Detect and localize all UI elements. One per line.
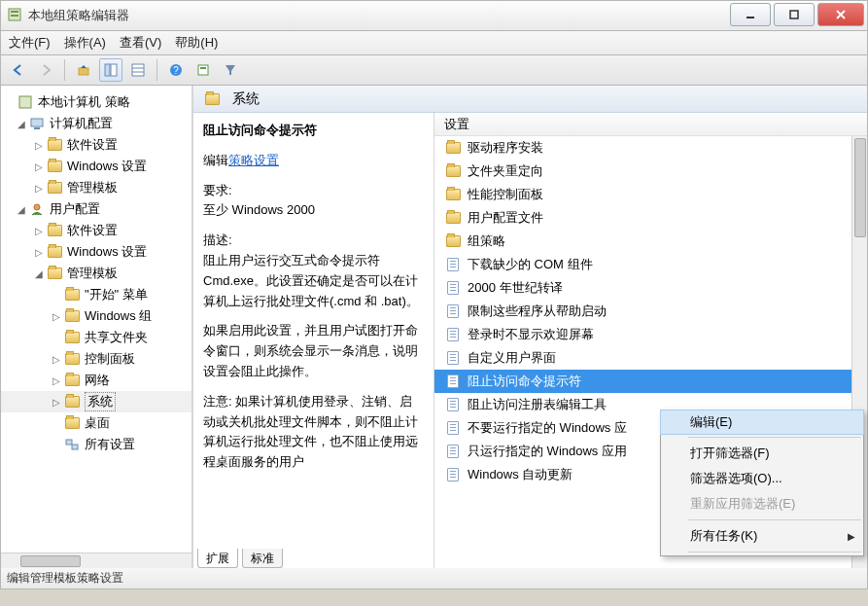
tree-system[interactable]: ▷系统 <box>1 391 191 412</box>
menu-file[interactable]: 文件(F) <box>9 34 51 52</box>
settings-column-header[interactable]: 设置 <box>434 113 867 136</box>
tree-item[interactable]: ▷Windows 组 <box>1 305 191 327</box>
folder-icon <box>63 394 81 410</box>
svg-rect-16 <box>31 119 43 126</box>
tree-admin-templates[interactable]: ◢管理模板 <box>1 263 191 284</box>
settings-item[interactable]: 2000 年世纪转译 <box>434 276 851 300</box>
svg-rect-13 <box>198 65 208 75</box>
svg-rect-6 <box>105 64 110 76</box>
ctx-reapply-filter: 重新应用筛选器(E) <box>661 491 863 517</box>
ctx-separator <box>688 519 861 520</box>
folder-icon <box>46 223 63 238</box>
settings-item[interactable]: 组策略 <box>434 230 851 253</box>
ctx-edit[interactable]: 编辑(E) <box>660 410 864 435</box>
tree-computer-config[interactable]: ◢计算机配置 <box>1 113 191 134</box>
menu-view[interactable]: 查看(V) <box>120 34 161 52</box>
app-icon <box>7 7 22 25</box>
ctx-all-tasks[interactable]: 所有任务(K)▶ <box>661 523 863 549</box>
properties-button[interactable] <box>191 58 215 82</box>
policy-doc-icon <box>444 350 462 366</box>
policy-doc-icon <box>444 374 462 389</box>
policy-doc-icon <box>444 397 462 412</box>
settings-item[interactable]: 文件夹重定向 <box>434 160 851 183</box>
settings-item[interactable]: 性能控制面板 <box>434 183 851 206</box>
minimize-button[interactable] <box>730 3 771 26</box>
description-text: 注意: 如果计算机使用登录、注销、启动或关机批处理文件脚本，则不阻止计算机运行批… <box>203 392 424 473</box>
folder-icon <box>444 233 462 249</box>
policy-settings-link[interactable]: 策略设置 <box>228 153 279 167</box>
settings-item[interactable]: 登录时不显示欢迎屏幕 <box>434 323 851 346</box>
folder-icon <box>444 187 462 202</box>
settings-item[interactable]: 用户配置文件 <box>434 206 851 230</box>
folder-icon <box>63 373 81 388</box>
tree-all-settings[interactable]: ▸所有设置 <box>1 434 191 455</box>
settings-item[interactable]: 阻止访问命令提示符 <box>434 370 851 393</box>
ctx-filter-options[interactable]: 筛选器选项(O)... <box>661 466 863 491</box>
menu-help[interactable]: 帮助(H) <box>175 34 218 52</box>
ctx-separator <box>688 437 861 438</box>
tree-item[interactable]: ▷控制面板 <box>1 348 191 370</box>
maximize-button[interactable] <box>774 3 815 26</box>
list-view-button[interactable] <box>126 58 150 82</box>
svg-rect-1 <box>11 11 18 13</box>
menu-bar: 文件(F) 操作(A) 查看(V) 帮助(H) <box>0 31 868 54</box>
navigation-tree: ▸本地计算机 策略 ◢计算机配置 ▷软件设置 ▷Windows 设置 ▷管理模板… <box>1 86 193 568</box>
toolbar-separator <box>156 59 157 81</box>
toolbar: ? <box>0 54 868 86</box>
tree-item[interactable]: ▷网络 <box>1 370 191 391</box>
settings-item[interactable]: 驱动程序安装 <box>434 136 851 160</box>
folder-icon <box>63 351 81 367</box>
policy-doc-icon <box>444 467 462 482</box>
close-button[interactable] <box>817 3 864 26</box>
toolbar-separator <box>64 59 65 81</box>
svg-rect-20 <box>72 445 78 449</box>
settings-item-label: 驱动程序安装 <box>468 139 543 157</box>
tab-standard[interactable]: 标准 <box>242 549 283 568</box>
tree-item[interactable]: ▸桌面 <box>1 412 191 434</box>
folder-icon <box>63 415 81 431</box>
tree-item[interactable]: ▷Windows 设置 <box>1 241 191 263</box>
ctx-separator <box>688 552 861 553</box>
help-button[interactable]: ? <box>164 58 188 82</box>
settings-item[interactable]: 限制这些程序从帮助启动 <box>434 300 851 323</box>
policy-doc-icon <box>444 303 462 319</box>
svg-rect-4 <box>790 11 798 18</box>
svg-rect-19 <box>66 440 72 445</box>
settings-item-label: 性能控制面板 <box>468 186 543 203</box>
tree-item[interactable]: ▷Windows 设置 <box>1 156 191 177</box>
tree-view-button[interactable] <box>99 58 122 82</box>
computer-icon <box>28 116 46 131</box>
ctx-open-filter[interactable]: 打开筛选器(F) <box>661 441 863 466</box>
tree-item[interactable]: ▸"开始" 菜单 <box>1 284 191 305</box>
edit-label: 编辑 <box>203 153 228 167</box>
up-button[interactable] <box>72 58 95 82</box>
settings-item-label: 文件夹重定向 <box>468 162 543 180</box>
tree-horizontal-scrollbar[interactable] <box>1 553 191 568</box>
description-pane: 阻止访问命令提示符 编辑策略设置 要求: 至少 Windows 2000 描述:… <box>193 113 434 568</box>
window-controls <box>730 1 867 30</box>
description-text: 如果启用此设置，并且用户试图打开命令窗口，则系统会显示一条消息，说明设置会阻止此… <box>203 321 424 381</box>
policy-doc-icon <box>444 280 462 296</box>
settings-item-label: 阻止访问注册表编辑工具 <box>468 396 607 413</box>
tree-user-config[interactable]: ◢用户配置 <box>1 198 191 220</box>
back-button[interactable] <box>7 58 30 82</box>
tree-item[interactable]: ▷软件设置 <box>1 220 191 241</box>
settings-item-label: 限制这些程序从帮助启动 <box>468 303 607 320</box>
menu-action[interactable]: 操作(A) <box>64 34 106 52</box>
forward-button[interactable] <box>34 58 57 82</box>
policy-title: 阻止访问命令提示符 <box>203 121 424 141</box>
settings-item[interactable]: 自定义用户界面 <box>434 346 851 370</box>
submenu-arrow-icon: ▶ <box>848 531 855 542</box>
description-text: 阻止用户运行交互式命令提示符 Cmd.exe。此设置还确定是否可以在计算机上运行… <box>203 251 424 311</box>
filter-button[interactable] <box>219 58 242 82</box>
content-header-title: 系统 <box>232 90 260 108</box>
tree-item[interactable]: ▷软件设置 <box>1 134 191 156</box>
tree-root[interactable]: ▸本地计算机 策略 <box>1 91 191 113</box>
bottom-tabs: 扩展 标准 <box>193 549 283 568</box>
policy-doc-icon <box>444 327 462 342</box>
svg-rect-3 <box>746 17 754 18</box>
tree-item[interactable]: ▷管理模板 <box>1 177 191 198</box>
tree-item[interactable]: ▸共享文件夹 <box>1 327 191 348</box>
tab-extended[interactable]: 扩展 <box>197 549 238 568</box>
settings-item[interactable]: 下载缺少的 COM 组件 <box>434 253 851 276</box>
